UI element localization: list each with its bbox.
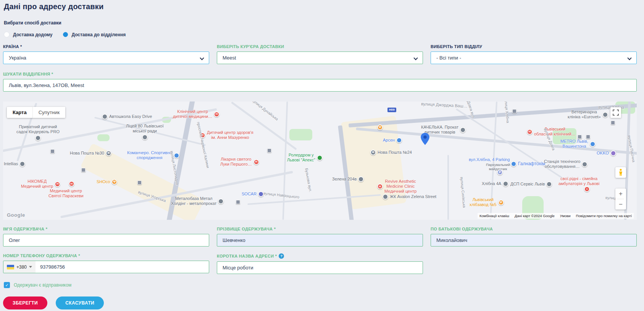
parking-icon: P — [497, 169, 503, 175]
middle-name-group: ПО БАТЬКОВІ ОДЕРЖУВАЧА Миколайович — [431, 227, 637, 247]
map-poi-label[interactable]: METRO Львів, Вашингтона — [560, 139, 596, 149]
first-name-input[interactable]: Олег — [3, 234, 209, 247]
last-name-input[interactable]: Шевченко — [217, 234, 423, 247]
map-poi-label[interactable]: Н09 — [387, 108, 396, 112]
branch-type-select[interactable]: - Всі типи - — [431, 52, 637, 64]
map-poi-label[interactable] — [81, 168, 87, 172]
map-poi-label[interactable]: свої.рідні - сімейна амбулаторія у Львов… — [558, 176, 599, 186]
courier-select[interactable]: Meest — [217, 52, 423, 64]
map-poi-label[interactable] — [586, 135, 592, 139]
map-poi-label[interactable] — [611, 121, 617, 125]
chevron-down-icon — [413, 56, 418, 60]
map-poi-label[interactable]: Арсен — [383, 137, 402, 143]
fullscreen-button[interactable] — [610, 107, 621, 118]
map-poi-label[interactable]: Клінічний центр дитячої медицини…H — [173, 109, 220, 119]
map-poi-label[interactable]: Ліцей 80 Львівської міської ради — [126, 124, 164, 140]
radio-home-delivery[interactable]: Доставка додому — [4, 32, 52, 37]
address-name-input[interactable]: Місце роботи — [217, 261, 423, 274]
map-data-text: Дані карт ©2024 Google — [515, 214, 555, 218]
map-poi-label[interactable] — [137, 180, 143, 185]
cart-icon — [396, 137, 402, 143]
map-poi-label[interactable]: Приватний дитячий садок Кіндервіль PRO — [16, 124, 60, 141]
radio-branch-delivery[interactable]: Доставка до відділення — [63, 32, 126, 37]
poi-icon — [218, 198, 224, 204]
zoom-in-button[interactable]: + — [615, 189, 626, 199]
rest-icon: Ψ — [377, 124, 383, 130]
map-poi-label[interactable] — [267, 148, 273, 153]
keyboard-shortcuts-link[interactable]: Комбінації клавіш — [479, 214, 509, 218]
map-poi-label[interactable]: H — [69, 181, 76, 187]
cartblue-icon — [511, 161, 516, 167]
map-poi-label[interactable] — [50, 149, 56, 153]
save-button[interactable]: ЗБЕРЕГТИ — [3, 296, 47, 309]
zoom-out-button[interactable]: − — [615, 199, 626, 209]
map-poi-label[interactable]: HЛьвівський обласний клінічний… — [527, 127, 576, 137]
map-poi-label[interactable]: ЖК Avalon Zelena Street — [383, 194, 436, 200]
map-poi-label[interactable]: НІКОМЕД Медичний центрH — [21, 179, 60, 189]
transit-icon — [512, 109, 516, 113]
map-pin-icon[interactable] — [421, 133, 429, 145]
map-poi-label[interactable]: ДСП Сервіс Львів — [510, 181, 552, 187]
middle-name-input[interactable]: Миколайович — [431, 234, 637, 247]
map-poi-label[interactable]: Зелена 204в — [332, 176, 364, 182]
phone-input[interactable]: +380 937986756 — [3, 261, 209, 273]
map-poi-label[interactable]: SHOcoΨ — [97, 179, 117, 185]
poi-icon — [582, 161, 588, 167]
map-street-label: проспект Червоної Калини — [196, 121, 210, 168]
map-poi-label[interactable]: Львівський хлібзавод №5Ψ — [470, 197, 504, 207]
map-poi-label[interactable] — [512, 109, 518, 113]
hospital-icon: H — [214, 111, 220, 117]
map-type-map-button[interactable]: Карта — [7, 107, 32, 118]
map-poi-label[interactable]: P — [497, 169, 504, 175]
report-error-link[interactable]: Повідомити про помилку на карті — [576, 214, 632, 218]
map-poi-label[interactable]: Галнафтохім — [511, 161, 545, 167]
map-poi-label[interactable]: Ψ — [377, 124, 384, 130]
poi-icon — [383, 194, 388, 200]
address-name-label: КОРОТКА НАЗВА АДРЕСИ * ? — [217, 253, 423, 259]
map-poi-label[interactable]: Хлібна 4А — [482, 181, 508, 187]
last-name-value: Шевченко — [223, 237, 245, 243]
courier-field-group: ВИБЕРІТЬ КУР'ЄРА ДОСТАВКИ Meest — [217, 44, 423, 64]
branch-search-input[interactable]: Львів, вул.Зелена, 147ОВ, Meest — [3, 79, 637, 92]
checkbox-checked-icon[interactable]: ✓ — [4, 282, 10, 288]
help-icon[interactable]: ? — [279, 253, 284, 259]
map-poi-label[interactable]: Лікарня святого Луки Першого…H — [220, 157, 259, 167]
map-poi-label[interactable] — [578, 135, 583, 139]
map-poi-label[interactable] — [236, 200, 242, 204]
map-poi-label[interactable]: вул.Хлібна, 4 Parking — [469, 157, 510, 162]
address-name-label-text: КОРОТКА НАЗВА АДРЕСИ * — [217, 254, 277, 258]
phone-group: НОМЕР ТЕЛЕФОНУ ОДЕРЖУВАЧА * +380 9379867… — [3, 253, 209, 274]
map-poi-label[interactable]: Ветеринарна клініка «Eurovet» — [568, 110, 608, 119]
map-street-label: Бузькова вул. — [304, 168, 313, 192]
map-poi-label[interactable]: Ролердром у Львові "Апекс" — [287, 153, 323, 163]
phone-country-code-selector[interactable]: +380 — [3, 261, 36, 273]
map-poi-label[interactable]: Нова Пошта №30✉ — [70, 150, 111, 156]
google-logo: Google — [7, 212, 25, 218]
country-select[interactable]: Україна — [3, 52, 209, 64]
cancel-button[interactable]: СКАСУВАТИ — [56, 296, 104, 309]
map-poi-label[interactable]: SOCAR — [242, 191, 264, 197]
street-view-pegman[interactable] — [615, 167, 626, 178]
transit-icon — [236, 200, 240, 204]
hospital-icon: H — [527, 129, 533, 135]
map-poi-label[interactable]: Автошкола Easy Drive — [102, 114, 152, 119]
address-name-group: КОРОТКА НАЗВА АДРЕСИ * ? Місце роботи — [217, 253, 423, 274]
transit-icon — [586, 135, 590, 139]
map-poi-label[interactable]: ✉Нова Пошта №24 — [370, 150, 412, 155]
map-poi-label[interactable]: HRevive Aesthetic Medicine Clinic Медичн… — [377, 179, 416, 194]
map-canvas[interactable]: Карта Супутник + − Google Комбінації кла… — [3, 102, 637, 220]
radio-circle-icon[interactable] — [4, 32, 10, 37]
map-poi-label[interactable]: Медичний центр Святої Параскеви — [48, 189, 84, 198]
map-poi-label[interactable]: + — [584, 186, 591, 192]
map-poi-label[interactable]: HДитячий центр здоров'я ім. Анни Мазурен… — [200, 130, 253, 140]
terms-link[interactable]: Умови — [560, 214, 571, 218]
map-type-satellite-button[interactable]: Супутник — [32, 107, 66, 118]
delivery-address-form: Дані про адресу доставки Вибрати спосіб … — [0, 0, 644, 309]
map-poi-label[interactable]: Металобаза Метал Холдінг - металопрокат — [171, 196, 224, 206]
branch-search-group: ШУКАТИ ВІДДІЛЕННЯ * Львів, вул.Зелена, 1… — [3, 72, 637, 92]
map-poi-label[interactable]: OKKO — [597, 150, 616, 156]
radio-selected-icon[interactable] — [63, 32, 68, 37]
map-poi-label[interactable]: Intellias — [4, 161, 25, 167]
map-poi-label[interactable]: Станція технічного обслуговування… — [544, 159, 588, 169]
branch-search-value: Львів, вул.Зелена, 147ОВ, Meest — [9, 82, 84, 88]
